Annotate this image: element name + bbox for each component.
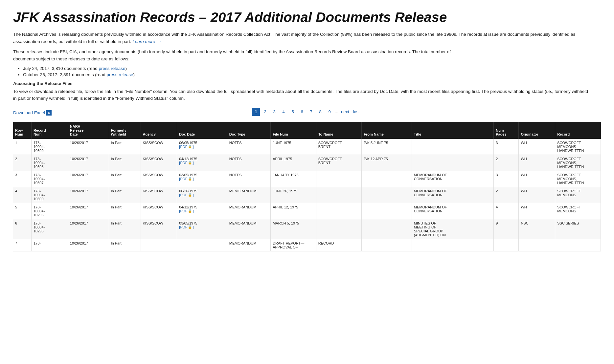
col-header-title: Title <box>412 122 493 139</box>
page-6-button[interactable]: 6 <box>298 108 306 116</box>
col-header-formerly: FormerlyWithheld <box>109 122 141 139</box>
cell-to-name <box>316 171 362 187</box>
cell-doc-date: 06/05/1975 [PDF 🔒] <box>177 139 227 155</box>
page-4-button[interactable]: 4 <box>280 108 287 116</box>
page-5-button[interactable]: 5 <box>289 108 297 116</box>
cell-doc-type: MEMORANDUM <box>227 219 270 239</box>
page-title: JFK Assassination Records – 2017 Additio… <box>13 10 601 25</box>
last-page-button[interactable]: last <box>353 109 360 114</box>
table-row: 4 178-10004-10300 10/26/2017 In Part KIS… <box>13 187 601 203</box>
page-8-button[interactable]: 8 <box>316 108 324 116</box>
cell-doc-type: NOTES <box>227 171 270 187</box>
lock-icon: 🔒 <box>188 209 192 213</box>
table-row: 5 178-10004-10296 10/26/2017 In Part KIS… <box>13 203 601 219</box>
cell-num-pages: 3 <box>494 139 519 155</box>
page-9-button[interactable]: 9 <box>326 108 333 116</box>
cell-title: MEMORANDUM OFCONVERSATION <box>412 171 493 187</box>
cell-file-num: APRIL 1975 <box>271 155 316 171</box>
cell-agency: KISS/SCOW <box>141 219 177 239</box>
learn-more-link[interactable]: Learn more → <box>132 39 161 44</box>
cell-row-num: 7 <box>13 239 31 251</box>
cell-from-name: P/K 12 APR 75 <box>362 155 412 171</box>
cell-doc-date: 03/05/1975 [PDF 🔒] <box>177 171 227 187</box>
cell-originator: WH <box>519 187 555 203</box>
cell-from-name: P/K 5 JUNE 75 <box>362 139 412 155</box>
cell-file-num: MARCH 5, 1975 <box>271 219 316 239</box>
cell-to-name <box>316 219 362 239</box>
cell-from-name <box>362 203 412 219</box>
cell-doc-type: MEMORANDUM <box>227 239 270 251</box>
cell-doc-date <box>177 239 227 251</box>
cell-record-num: 178- <box>31 239 68 251</box>
cell-formerly: In Part <box>109 203 141 219</box>
cell-file-num: JUNE 26, 1975 <box>271 187 316 203</box>
pdf-link[interactable]: [PDF 🔒] <box>179 177 193 181</box>
table-row: 1 178-10004-10309 10/26/2017 In Part KIS… <box>13 139 601 155</box>
cell-record-num: 178-10004-10309 <box>31 139 68 155</box>
table-header-row: RowNum RecordNum NARAReleaseDate Formerl… <box>13 122 601 139</box>
cell-originator: WH <box>519 155 555 171</box>
cell-to-name <box>316 187 362 203</box>
release-list: July 24, 2017: 3,810 documents (read pre… <box>23 66 601 77</box>
cell-num-pages: 9 <box>494 219 519 239</box>
cell-originator: WH <box>519 139 555 155</box>
cell-agency: KISS/SCOW <box>141 187 177 203</box>
page-3-button[interactable]: 3 <box>270 108 278 116</box>
page-7-button[interactable]: 7 <box>307 108 315 116</box>
pdf-link[interactable]: [PDF 🔒] <box>179 145 193 149</box>
col-header-from-name: From Name <box>362 122 412 139</box>
cell-from-name <box>362 219 412 239</box>
records-table: RowNum RecordNum NARAReleaseDate Formerl… <box>13 122 601 251</box>
cell-doc-type: NOTES <box>227 155 270 171</box>
cell-agency: KISS/SCOW <box>141 171 177 187</box>
cell-doc-type: NOTES <box>227 139 270 155</box>
col-header-doc-date: Doc Date <box>177 122 227 139</box>
pdf-link[interactable]: [PDF 🔒] <box>179 225 193 229</box>
cell-row-num: 4 <box>13 187 31 203</box>
download-excel-link[interactable]: Download Excel X <box>13 110 52 116</box>
cell-num-pages: 2 <box>494 155 519 171</box>
cell-record: SSC SERIES <box>555 219 601 239</box>
col-header-record: Record <box>555 122 601 139</box>
col-header-nara-date: NARAReleaseDate <box>68 122 109 139</box>
cell-agency: KISS/SCOW <box>141 203 177 219</box>
cell-row-num: 2 <box>13 155 31 171</box>
cell-doc-date: 04/12/1975 [PDF 🔒] <box>177 155 227 171</box>
table-body: 1 178-10004-10309 10/26/2017 In Part KIS… <box>13 139 601 251</box>
col-header-row-num: RowNum <box>13 122 31 139</box>
next-page-button[interactable]: next <box>341 109 349 114</box>
cell-title <box>412 239 493 251</box>
cell-row-num: 5 <box>13 203 31 219</box>
cell-title: MEMORANDUM OFCONVERSATION <box>412 187 493 203</box>
page-1-button[interactable]: 1 <box>252 108 260 116</box>
cell-to-name: RECORD <box>316 239 362 251</box>
col-header-num-pages: NumPages <box>494 122 519 139</box>
cell-row-num: 1 <box>13 139 31 155</box>
press-release-link-2[interactable]: press release <box>106 72 133 77</box>
cell-doc-date: 04/12/1975 [PDF 🔒] <box>177 203 227 219</box>
cell-to-name: SCOWCROFT,BRENT <box>316 155 362 171</box>
intro-paragraph: The National Archives is releasing docum… <box>13 31 588 45</box>
table-row: 2 178-10004-10308 10/26/2017 In Part KIS… <box>13 155 601 171</box>
cell-num-pages <box>494 239 519 251</box>
cell-doc-type: MEMORANDUM <box>227 203 270 219</box>
lock-icon: 🔒 <box>188 193 192 197</box>
col-header-agency: Agency <box>141 122 177 139</box>
pdf-link[interactable]: [PDF 🔒] <box>179 161 193 165</box>
cell-nara-date: 10/26/2017 <box>68 219 109 239</box>
cell-record-num: 178-10004-10300 <box>31 187 68 203</box>
cell-record <box>555 239 601 251</box>
col-header-file-num: File Num <box>271 122 316 139</box>
cell-record: SCOWCROFTMEMCONS,HANDWRITTEN <box>555 155 601 171</box>
cell-nara-date: 10/26/2017 <box>68 171 109 187</box>
cell-nara-date: 10/26/2017 <box>68 155 109 171</box>
col-header-doc-type: Doc Type <box>227 122 270 139</box>
cell-title <box>412 155 493 171</box>
col-header-originator: Originator <box>519 122 555 139</box>
pdf-link[interactable]: [PDF 🔒] <box>179 193 193 197</box>
page-2-button[interactable]: 2 <box>261 108 269 116</box>
pdf-link[interactable]: [PDF 🔒] <box>179 209 193 213</box>
press-release-link-1[interactable]: press release <box>99 66 125 71</box>
lock-icon: 🔒 <box>188 161 192 164</box>
cell-from-name <box>362 239 412 251</box>
